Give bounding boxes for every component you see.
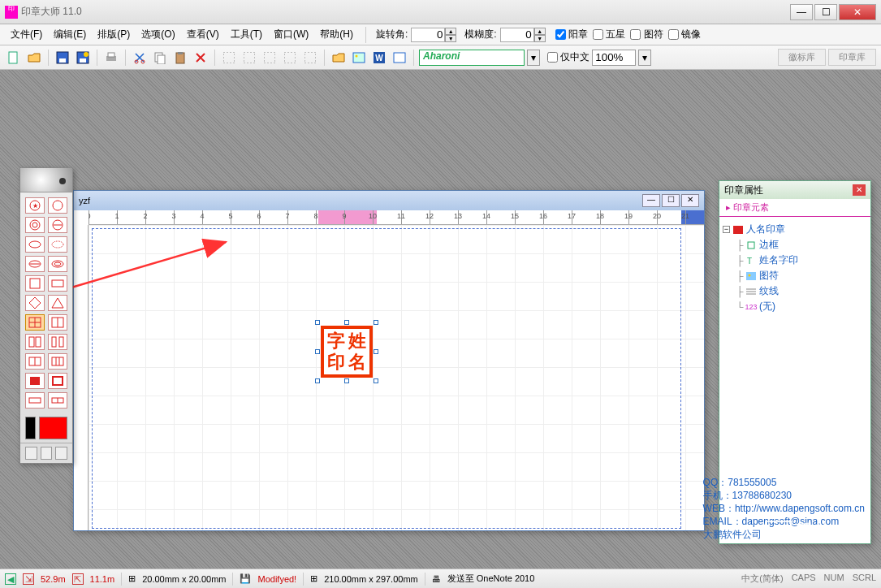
tool-rect-split[interactable]: [25, 353, 45, 370]
check-tu[interactable]: 图符: [630, 28, 663, 41]
tool-diamond[interactable]: [25, 295, 45, 311]
doc-titlebar[interactable]: yzf — ☐ ✕: [74, 191, 704, 210]
saveas-icon[interactable]: [74, 49, 92, 67]
tool-rect-line[interactable]: [25, 392, 45, 409]
blur-down[interactable]: ▼: [534, 35, 546, 42]
rotate-input[interactable]: [411, 28, 445, 42]
resize-handle[interactable]: [374, 378, 378, 383]
color-black[interactable]: [25, 417, 36, 439]
palette-btn-3[interactable]: [55, 447, 67, 460]
check-yang[interactable]: 阳章: [555, 28, 588, 41]
menu-window[interactable]: 窗口(W): [268, 25, 314, 44]
check-star[interactable]: 五星: [593, 28, 625, 41]
palette-eye-icon[interactable]: [20, 168, 72, 192]
tool-fill-box[interactable]: [25, 373, 45, 389]
check-mirror[interactable]: 镜像: [668, 28, 701, 41]
export-icon[interactable]: [391, 49, 408, 67]
tool-ellipse[interactable]: [25, 236, 45, 253]
canvas[interactable]: 字姓 印名: [89, 225, 704, 530]
color-red[interactable]: [39, 417, 67, 439]
resize-handle[interactable]: [374, 349, 378, 354]
folder-icon[interactable]: [330, 49, 348, 67]
palette-btn-2[interactable]: [41, 447, 53, 460]
doc-max-button[interactable]: ☐: [662, 194, 680, 207]
palette-btn-1[interactable]: [25, 447, 37, 460]
tool-circle[interactable]: [48, 197, 67, 214]
ruler-vertical[interactable]: [74, 225, 89, 530]
align-4-icon[interactable]: [281, 49, 299, 67]
tool-outline-box[interactable]: [48, 373, 67, 389]
font-select[interactable]: Aharoni: [419, 50, 525, 66]
tree-lines[interactable]: ├ 纹线: [723, 283, 867, 299]
prop-section[interactable]: 印章元素: [719, 199, 870, 217]
font-dropdown-icon[interactable]: ▾: [527, 50, 540, 66]
tool-ellipse-line[interactable]: [25, 256, 45, 272]
cut-icon[interactable]: [131, 49, 149, 67]
sb-x-icon[interactable]: ⇲: [23, 573, 34, 585]
tool-ellipse-ring[interactable]: [48, 256, 67, 272]
prop-close-button[interactable]: ✕: [853, 184, 866, 196]
blur-up[interactable]: ▲: [534, 28, 546, 35]
resize-handle[interactable]: [315, 320, 320, 325]
copy-icon[interactable]: [151, 49, 169, 67]
tool-ring[interactable]: [25, 217, 45, 233]
menu-file[interactable]: 文件(F): [5, 25, 48, 44]
align-2-icon[interactable]: [240, 49, 258, 67]
tool-circle-text[interactable]: [48, 217, 67, 233]
tool-rect-3[interactable]: [48, 353, 67, 370]
resize-handle[interactable]: [344, 378, 349, 383]
new-doc-icon[interactable]: [5, 49, 23, 67]
tool-cols-gap[interactable]: [48, 334, 67, 350]
tool-rect-line-2[interactable]: [48, 392, 67, 409]
menu-edit[interactable]: 编辑(E): [48, 25, 92, 44]
tool-square-grid-2[interactable]: [48, 314, 67, 331]
save-icon[interactable]: [54, 49, 71, 67]
sb-left-icon[interactable]: ◀: [5, 573, 16, 585]
resize-handle[interactable]: [315, 378, 320, 383]
align-5-icon[interactable]: [301, 49, 319, 67]
tool-circle-star[interactable]: ★: [25, 197, 45, 214]
rotate-down[interactable]: ▼: [445, 35, 456, 42]
prop-titlebar[interactable]: 印章属性 ✕: [719, 181, 870, 199]
resize-handle[interactable]: [315, 349, 320, 354]
tool-ellipse-dot[interactable]: [48, 236, 67, 253]
menu-options[interactable]: 选项(O): [136, 25, 180, 44]
doc-min-button[interactable]: —: [642, 194, 660, 207]
resize-handle[interactable]: [374, 320, 378, 325]
email-link[interactable]: dapengsoft@sina.com: [742, 516, 840, 527]
tool-triangle[interactable]: [48, 295, 67, 311]
doc-close-button[interactable]: ✕: [681, 194, 699, 207]
print-icon[interactable]: [102, 49, 120, 67]
tool-rect[interactable]: [48, 275, 67, 292]
zoom-select[interactable]: [592, 50, 636, 66]
image-icon[interactable]: [350, 49, 368, 67]
open-icon[interactable]: [25, 49, 43, 67]
align-3-icon[interactable]: [261, 49, 279, 67]
menu-help[interactable]: 帮助(H): [314, 25, 359, 44]
tree-none[interactable]: └ 123 (无): [723, 299, 867, 314]
resize-handle[interactable]: [344, 320, 349, 325]
tree-name-text[interactable]: ├ T 姓名字印: [723, 253, 867, 268]
menu-view[interactable]: 查看(V): [181, 25, 225, 44]
align-1-icon[interactable]: [220, 49, 238, 67]
tool-square[interactable]: [25, 275, 45, 292]
web-link[interactable]: http://www.dapengsoft.com.cn: [735, 503, 865, 514]
tab-badge-lib[interactable]: 徽标库: [778, 49, 826, 66]
sb-y-icon[interactable]: ⇱: [72, 573, 84, 585]
ruler-horizontal[interactable]: 0123456789101112131415161718192021: [89, 210, 704, 225]
menu-tools[interactable]: 工具(T): [225, 25, 268, 44]
close-button[interactable]: ✕: [839, 4, 876, 20]
seal-object[interactable]: 字姓 印名: [317, 322, 376, 381]
tree-border[interactable]: ├ 边框: [723, 237, 867, 253]
tree-image[interactable]: ├ 图符: [723, 268, 867, 283]
maximize-button[interactable]: ☐: [814, 4, 837, 20]
check-onlycn[interactable]: 仅中文: [547, 50, 589, 64]
tool-cols-2[interactable]: [25, 334, 45, 350]
blur-input[interactable]: [500, 28, 534, 42]
rotate-up[interactable]: ▲: [445, 28, 456, 35]
paste-icon[interactable]: [171, 49, 189, 67]
word-icon[interactable]: W: [370, 49, 388, 67]
delete-icon[interactable]: [192, 49, 209, 67]
tool-square-grid[interactable]: [25, 314, 45, 331]
minimize-button[interactable]: —: [790, 4, 813, 20]
